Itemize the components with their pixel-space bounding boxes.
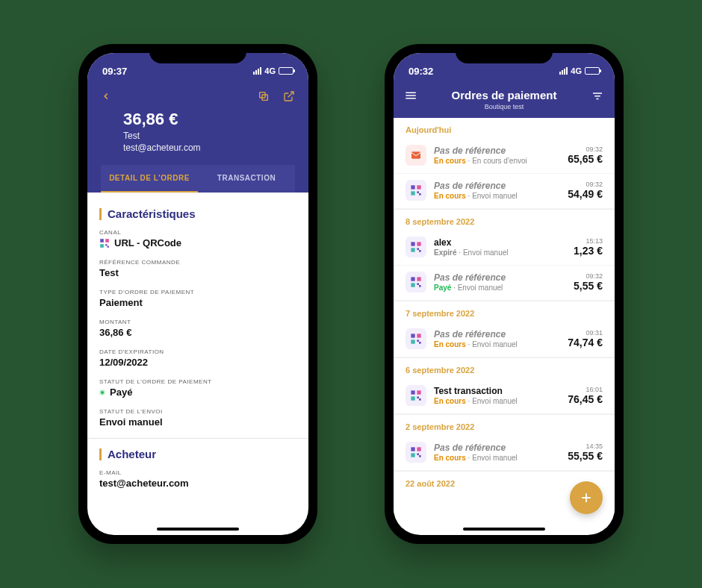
field-expiration: DATE D'EXPIRATION 12/09/2022 <box>99 348 296 368</box>
network-label: 4G <box>264 66 276 75</box>
tabs: DETAIL DE L'ORDRE TRANSACTION <box>101 165 295 193</box>
svg-rect-30 <box>411 334 414 337</box>
order-amount: 54,49 € <box>568 188 603 200</box>
svg-rect-36 <box>417 390 420 394</box>
svg-line-2 <box>288 92 293 97</box>
order-time: 14:35 <box>568 442 603 450</box>
order-email: test@acheteur.com <box>101 143 295 153</box>
qr-icon <box>406 328 426 349</box>
date-header: 2 septembre 2022 <box>394 414 615 436</box>
svg-rect-22 <box>411 248 414 251</box>
svg-rect-38 <box>417 396 419 398</box>
status-right: 4G <box>253 66 293 75</box>
svg-rect-34 <box>419 342 421 344</box>
phone-list: 09:32 4G Ordres de paiement Boutique tes… <box>385 44 624 544</box>
svg-rect-23 <box>417 248 419 250</box>
order-amount: 65,65 € <box>568 153 603 165</box>
order-reference: Test transaction <box>434 386 560 396</box>
qr-icon <box>406 272 426 293</box>
order-row[interactable]: Pas de référenceEn cours · Envoi manuel0… <box>394 322 615 357</box>
svg-rect-35 <box>411 390 414 394</box>
svg-rect-16 <box>417 185 420 189</box>
field-statut: STATUT DE L'ORDRE DE PAIEMENT Payé <box>99 378 296 398</box>
status-dot-icon <box>99 390 105 395</box>
qr-icon <box>406 237 426 257</box>
order-status: En cours · Envoi manuel <box>434 454 560 462</box>
divider <box>87 438 308 439</box>
battery-icon <box>585 67 600 75</box>
order-row[interactable]: Pas de référenceEn cours · Envoi manuel0… <box>394 174 615 209</box>
copy-button[interactable] <box>258 90 270 102</box>
tab-detail[interactable]: DETAIL DE L'ORDRE <box>101 165 198 193</box>
order-reference: Pas de référence <box>434 146 560 156</box>
order-row[interactable]: alexExpiré · Envoi manuel15:131,23 € <box>394 231 615 266</box>
order-time: 09:32 <box>568 181 603 188</box>
signal-icon <box>253 67 261 75</box>
svg-rect-37 <box>411 396 414 400</box>
battery-icon <box>279 67 293 75</box>
date-header: Aujourd'hui <box>394 118 615 139</box>
order-amount: 36,86 € <box>101 110 295 129</box>
menu-button[interactable] <box>404 89 417 102</box>
svg-rect-39 <box>419 398 421 401</box>
order-time: 16:01 <box>568 386 603 393</box>
mail-icon <box>406 145 426 166</box>
svg-rect-7 <box>108 245 109 247</box>
home-indicator[interactable] <box>463 528 545 531</box>
svg-rect-41 <box>417 447 420 451</box>
field-montant: MONTANT 36,86 € <box>99 319 296 338</box>
svg-rect-44 <box>419 455 421 457</box>
qr-icon <box>99 238 110 248</box>
svg-rect-15 <box>411 185 414 189</box>
section-acheteur: Acheteur <box>99 448 296 460</box>
filter-button[interactable] <box>591 89 604 102</box>
svg-rect-5 <box>100 244 104 248</box>
tab-transaction[interactable]: TRANSACTION <box>198 165 295 193</box>
svg-rect-17 <box>411 191 414 195</box>
back-button[interactable] <box>101 91 111 101</box>
add-order-button[interactable]: + <box>570 481 603 514</box>
home-indicator[interactable] <box>157 528 239 531</box>
order-row[interactable]: Pas de référenceEn cours · Envoi manuel1… <box>394 436 615 471</box>
open-external-button[interactable] <box>283 90 295 102</box>
order-row[interactable]: Pas de référencePayé · Envoi manuel09:32… <box>394 266 615 301</box>
order-amount: 1,23 € <box>574 245 603 257</box>
order-status: En cours · Envoi manuel <box>434 192 560 200</box>
order-status: En cours · En cours d'envoi <box>434 157 560 165</box>
network-label: 4G <box>571 66 582 75</box>
order-reference: Pas de référence <box>434 272 566 283</box>
order-row[interactable]: Pas de référenceEn cours · En cours d'en… <box>394 139 615 174</box>
order-status: Expiré · Envoi manuel <box>434 248 566 257</box>
svg-rect-14 <box>411 151 420 158</box>
svg-rect-29 <box>419 285 421 287</box>
svg-rect-21 <box>417 242 420 245</box>
order-list[interactable]: Aujourd'huiPas de référenceEn cours · En… <box>394 118 615 528</box>
svg-rect-27 <box>411 283 414 287</box>
svg-rect-40 <box>411 447 414 451</box>
date-header: 6 septembre 2022 <box>394 357 615 379</box>
page-subtitle: Boutique test <box>404 103 604 110</box>
svg-rect-20 <box>411 242 414 245</box>
order-reference: Pas de référence <box>434 329 560 340</box>
detail-body[interactable]: Caractéristiques CANAL URL - QRCode RÉFÉ… <box>87 193 308 518</box>
status-right: 4G <box>559 66 600 75</box>
order-row[interactable]: Test transactionEn cours · Envoi manuel1… <box>394 379 615 414</box>
order-status: Payé · Envoi manuel <box>434 284 566 292</box>
order-name: Test <box>101 131 295 141</box>
order-reference: Pas de référence <box>434 442 560 453</box>
order-time: 09:31 <box>568 329 603 337</box>
order-amount: 55,55 € <box>568 450 603 462</box>
order-amount: 74,74 € <box>568 337 603 348</box>
svg-rect-18 <box>417 191 419 193</box>
order-reference: Pas de référence <box>434 181 560 191</box>
order-reference: alex <box>434 237 566 248</box>
page-title: Ordres de paiement <box>404 89 604 101</box>
date-header: 8 septembre 2022 <box>394 209 615 231</box>
svg-rect-32 <box>411 340 414 343</box>
svg-rect-3 <box>100 239 104 243</box>
qr-icon <box>406 180 426 201</box>
order-time: 09:32 <box>574 272 603 280</box>
phone-detail: 09:37 4G 36, <box>78 44 317 544</box>
svg-rect-6 <box>105 244 107 245</box>
order-amount: 5,55 € <box>574 280 603 292</box>
